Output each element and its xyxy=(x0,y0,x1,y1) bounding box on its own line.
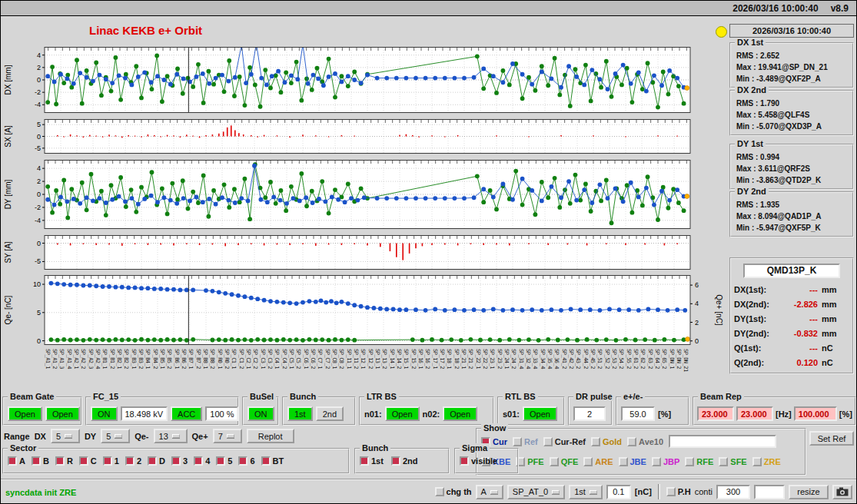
sector-6-checkbox[interactable] xyxy=(238,456,247,466)
mode-value: A xyxy=(481,487,487,496)
show-are[interactable]: ARE xyxy=(583,457,613,466)
set-ref-button[interactable]: Set Ref xyxy=(809,431,854,446)
sector-3-checkbox[interactable] xyxy=(171,456,181,466)
range-qep-dropdown[interactable]: 7 xyxy=(213,429,242,443)
sector-bt-checkbox[interactable] xyxy=(261,456,271,466)
sector-1[interactable]: 1 xyxy=(103,456,119,466)
svg-text:4: 4 xyxy=(695,300,699,307)
epe-ratio-field[interactable]: 59.0 xyxy=(621,406,655,421)
resize-button[interactable]: resize xyxy=(789,485,829,499)
show-gold-checkbox[interactable] xyxy=(591,437,600,446)
beam-rep-field2[interactable]: 23.000 xyxy=(736,406,773,421)
show-jbe-checkbox[interactable] xyxy=(619,457,628,466)
replot-button[interactable]: Replot xyxy=(247,429,294,443)
sector-5[interactable]: 5 xyxy=(216,456,232,466)
show-pfe[interactable]: PFE xyxy=(516,457,543,466)
show-sfe[interactable]: SFE xyxy=(719,457,746,466)
show-ave10[interactable]: Ave10 xyxy=(627,437,663,446)
blank-field[interactable] xyxy=(754,485,785,499)
dropdown-indicator-icon xyxy=(65,434,72,438)
beam-gate-open2-button[interactable]: Open xyxy=(45,406,80,421)
show-cur-ref[interactable]: Cur-Ref xyxy=(543,437,586,446)
show-jbp[interactable]: JBP xyxy=(652,457,679,466)
show-are-checkbox[interactable] xyxy=(583,457,593,466)
bunch-1st[interactable]: 1st xyxy=(360,456,384,466)
sp-at-dropdown[interactable]: SP_AT_0 xyxy=(507,485,565,499)
sector-5-checkbox[interactable] xyxy=(216,456,225,466)
range-qem-dropdown[interactable]: 13 xyxy=(154,429,188,443)
show-ave10-checkbox[interactable] xyxy=(627,437,636,446)
sector-3-label: 3 xyxy=(183,456,188,466)
svg-text:0: 0 xyxy=(37,133,41,141)
show-ref[interactable]: Ref xyxy=(513,437,538,446)
show-cur-ref-checkbox[interactable] xyxy=(543,437,553,446)
sector-c[interactable]: C xyxy=(79,456,97,466)
show-qfe-checkbox[interactable] xyxy=(550,457,559,466)
bunch-2nd-button[interactable]: 2nd xyxy=(316,406,344,421)
ph-checkbox[interactable] xyxy=(666,487,676,496)
fc15-acc-button[interactable]: ACC xyxy=(171,406,202,421)
show-sfe-checkbox[interactable] xyxy=(719,457,728,466)
sector-2-checkbox[interactable] xyxy=(125,456,135,466)
range-dx-dropdown[interactable]: 5 xyxy=(51,429,80,443)
show-gold[interactable]: Gold xyxy=(591,437,622,446)
stat-min-value: Min : -3.863@QTD2P_K xyxy=(736,174,849,186)
show-rfe[interactable]: RFE xyxy=(685,457,713,466)
sector-d[interactable]: D xyxy=(148,456,165,466)
chg-th-checkbox[interactable] xyxy=(435,487,444,496)
sector-b-checkbox[interactable] xyxy=(32,456,41,466)
sector-r[interactable]: R xyxy=(55,456,73,466)
chg-th-checkbox-item[interactable]: chg th xyxy=(435,487,472,496)
stat-max-value: Max : 3.611@QRF2S xyxy=(736,163,849,174)
busel-on-button[interactable]: ON xyxy=(247,406,274,421)
sector-b[interactable]: B xyxy=(32,456,49,466)
ph-checkbox-item[interactable]: P.H xyxy=(666,487,691,496)
threshold-field[interactable]: 0.1 xyxy=(606,485,631,499)
sigma-visible-checkbox[interactable] xyxy=(460,456,469,466)
show-zre-checkbox[interactable] xyxy=(752,457,762,466)
sector-d-checkbox[interactable] xyxy=(148,456,157,466)
mode-dropdown[interactable]: A xyxy=(476,485,503,499)
show-jbp-checkbox[interactable] xyxy=(652,457,661,466)
range-dy-dropdown[interactable]: 5 xyxy=(101,429,130,443)
show-rfe-checkbox[interactable] xyxy=(685,457,694,466)
bunch-dropdown[interactable]: 1st xyxy=(569,485,603,499)
sector-2[interactable]: 2 xyxy=(125,456,141,466)
sector-a-checkbox[interactable] xyxy=(8,456,17,466)
bunch-2nd-checkbox[interactable] xyxy=(391,456,400,466)
magnet-name-field[interactable]: QMD13P_K xyxy=(743,264,840,278)
bunch-1st-checkbox[interactable] xyxy=(360,456,369,466)
beam-gate-open1-button[interactable]: Open xyxy=(8,406,42,421)
sector-bt[interactable]: BT xyxy=(261,456,284,466)
sector-6[interactable]: 6 xyxy=(238,456,254,466)
bunch-2nd[interactable]: 2nd xyxy=(391,456,418,466)
bpm-name-band: SP_A1_1SP_A1_2SP_A1_3SP_A1_4SP_A2_1SP_A2… xyxy=(1,347,735,395)
bunch-1st-button[interactable]: 1st xyxy=(287,406,313,421)
snapshot-button[interactable] xyxy=(832,485,852,499)
beam-rep-field3[interactable]: 100.000 xyxy=(794,406,837,421)
bpm-label: SP_C7_1 xyxy=(317,349,323,369)
ltr-n01-open-button[interactable]: Open xyxy=(385,406,420,421)
beam-rep-field1[interactable]: 23.000 xyxy=(697,406,734,421)
show-zre[interactable]: ZRE xyxy=(752,457,781,466)
sector-1-checkbox[interactable] xyxy=(103,456,112,466)
ltr-n02-open-button[interactable]: Open xyxy=(443,406,477,421)
ref-name-input[interactable] xyxy=(669,435,776,448)
sector-4[interactable]: 4 xyxy=(194,456,210,466)
sector-c-checkbox[interactable] xyxy=(79,456,88,466)
dr-pulse-field[interactable]: 2 xyxy=(573,406,606,421)
show-qfe[interactable]: QFE xyxy=(550,457,579,466)
sector-4-checkbox[interactable] xyxy=(194,456,203,466)
sector-r-checkbox[interactable] xyxy=(55,456,65,466)
sector-a[interactable]: A xyxy=(8,456,25,466)
interval-field[interactable]: 300 xyxy=(716,485,750,499)
show-ref-checkbox[interactable] xyxy=(513,437,522,446)
rtl-s01-open-button[interactable]: Open xyxy=(523,406,557,421)
bpm-label: SP_C8_1 xyxy=(331,349,337,369)
show-jbe[interactable]: JBE xyxy=(619,457,646,466)
sigma-visible[interactable]: visible xyxy=(460,456,497,466)
fc15-percent-field[interactable]: 100 % xyxy=(205,406,238,421)
fc15-kv-field[interactable]: 18.498 kV xyxy=(121,406,168,421)
sector-3[interactable]: 3 xyxy=(171,456,188,466)
fc15-on-button[interactable]: ON xyxy=(91,406,118,421)
